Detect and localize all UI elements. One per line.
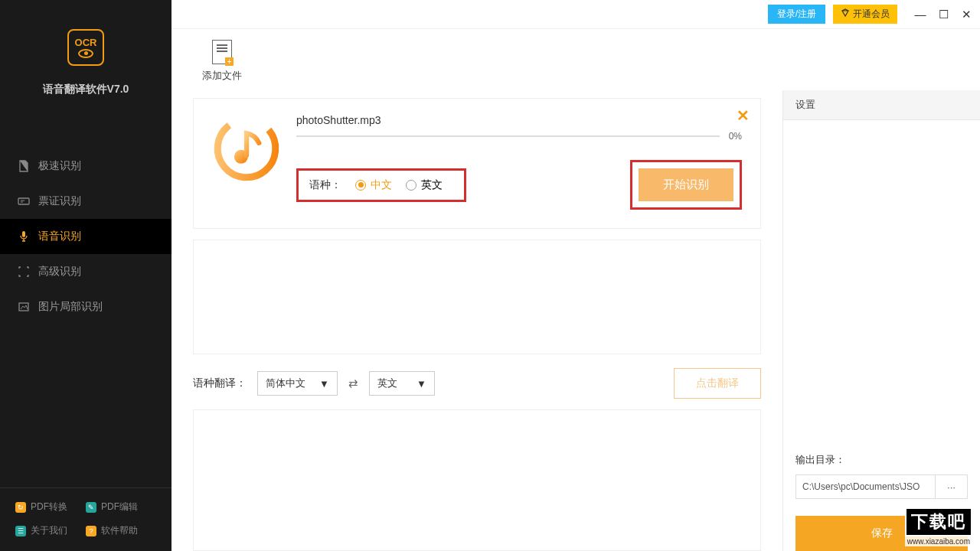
diamond-icon bbox=[841, 8, 850, 20]
nav-label: 语音识别 bbox=[38, 230, 81, 243]
nav-label: 高级识别 bbox=[38, 265, 81, 279]
scan-icon bbox=[17, 265, 31, 279]
link-label: PDF编辑 bbox=[101, 500, 138, 514]
settings-header: 设置 bbox=[783, 90, 980, 120]
link-pdf-edit[interactable]: ✎ PDF编辑 bbox=[86, 500, 156, 514]
logo-text: OCR bbox=[75, 37, 97, 47]
pdf-convert-icon: ↻ bbox=[15, 502, 26, 513]
translate-result-box bbox=[193, 409, 761, 551]
svg-rect-0 bbox=[18, 198, 29, 204]
app-title: 语音翻译软件V7.0 bbox=[43, 83, 129, 96]
link-label: 关于我们 bbox=[31, 524, 67, 537]
document-export-icon bbox=[17, 159, 31, 173]
maximize-button[interactable]: ☐ bbox=[937, 8, 949, 21]
pdf-edit-icon: ✎ bbox=[86, 502, 96, 513]
output-path-field[interactable]: C:\Users\pc\Documents\JSO bbox=[795, 474, 936, 499]
close-button[interactable]: ✕ bbox=[960, 8, 972, 21]
ticket-icon bbox=[17, 194, 31, 208]
image-region-icon bbox=[17, 300, 31, 314]
logo-area: OCR 语音翻译软件V7.0 bbox=[0, 0, 172, 110]
file-card: ✕ photoShutter.mp3 0% bbox=[193, 98, 761, 229]
radio-label: 中文 bbox=[371, 178, 392, 192]
link-about[interactable]: ☰ 关于我们 bbox=[15, 524, 86, 537]
login-register-button[interactable]: 登录/注册 bbox=[768, 5, 825, 24]
language-label: 语种： bbox=[309, 178, 341, 192]
window-controls: — ☐ ✕ bbox=[914, 8, 972, 21]
titlebar: 登录/注册 开通会员 — ☐ ✕ bbox=[172, 0, 980, 29]
translate-to-select[interactable]: 英文 ▼ bbox=[369, 371, 435, 396]
link-label: PDF转换 bbox=[31, 500, 67, 514]
start-recognition-button[interactable]: 开始识别 bbox=[639, 168, 733, 201]
recognition-result-box bbox=[193, 240, 761, 354]
chevron-down-icon: ▼ bbox=[416, 378, 426, 390]
select-value: 英文 bbox=[377, 377, 397, 390]
nav-menu: 极速识别 票证识别 语音识别 高级识别 图片局部识别 bbox=[0, 148, 172, 324]
radio-label: 英文 bbox=[421, 178, 443, 192]
nav-label: 票证识别 bbox=[38, 194, 81, 208]
translate-button[interactable]: 点击翻译 bbox=[674, 368, 761, 399]
minimize-button[interactable]: — bbox=[914, 8, 926, 21]
audio-file-icon bbox=[212, 114, 281, 183]
nav-advanced-recognition[interactable]: 高级识别 bbox=[0, 254, 172, 289]
radio-icon bbox=[355, 180, 366, 191]
add-file-button[interactable]: 添加文件 bbox=[199, 40, 245, 83]
link-label: 软件帮助 bbox=[101, 524, 138, 537]
sidebar: OCR 语音翻译软件V7.0 极速识别 票证识别 语音识别 bbox=[0, 0, 172, 551]
link-help[interactable]: ? 软件帮助 bbox=[86, 524, 156, 537]
vip-label: 开通会员 bbox=[853, 8, 890, 21]
output-dir-label: 输出目录： bbox=[795, 453, 968, 467]
start-button-highlight: 开始识别 bbox=[630, 160, 742, 210]
language-select-group: 语种： 中文 英文 bbox=[296, 168, 466, 202]
radio-icon bbox=[406, 180, 416, 191]
svg-rect-3 bbox=[22, 231, 25, 237]
translate-from-select[interactable]: 简体中文 ▼ bbox=[257, 371, 338, 396]
about-icon: ☰ bbox=[15, 526, 26, 536]
remove-file-button[interactable]: ✕ bbox=[737, 106, 750, 125]
progress-percent: 0% bbox=[729, 131, 742, 142]
settings-panel: 设置 输出目录： C:\Users\pc\Documents\JSO ··· 保… bbox=[782, 90, 980, 551]
radio-chinese[interactable]: 中文 bbox=[355, 178, 392, 192]
sidebar-bottom-links: ↻ PDF转换 ✎ PDF编辑 ☰ 关于我们 ? 软件帮助 bbox=[0, 487, 172, 551]
chevron-down-icon: ▼ bbox=[319, 378, 329, 390]
microphone-icon bbox=[17, 230, 31, 243]
link-pdf-convert[interactable]: ↻ PDF转换 bbox=[15, 500, 86, 514]
app-logo-icon: OCR bbox=[67, 29, 104, 66]
progress-bar bbox=[296, 135, 720, 137]
nav-fast-recognition[interactable]: 极速识别 bbox=[0, 148, 172, 184]
add-file-icon bbox=[212, 40, 232, 64]
eye-icon bbox=[78, 49, 93, 58]
radio-english[interactable]: 英文 bbox=[406, 178, 443, 192]
save-button[interactable]: 保存 bbox=[795, 516, 968, 551]
translate-label: 语种翻译： bbox=[193, 377, 247, 390]
nav-image-region-recognition[interactable]: 图片局部识别 bbox=[0, 289, 172, 324]
add-file-label: 添加文件 bbox=[202, 69, 242, 83]
file-name: photoShutter.mp3 bbox=[296, 114, 742, 126]
help-icon: ? bbox=[86, 526, 96, 536]
browse-output-button[interactable]: ··· bbox=[936, 474, 968, 499]
nav-ticket-recognition[interactable]: 票证识别 bbox=[0, 184, 172, 219]
center-panel: 添加文件 ✕ photoShutter.mp3 0% bbox=[172, 29, 782, 551]
main-area: 登录/注册 开通会员 — ☐ ✕ 添加文件 ✕ bbox=[172, 0, 980, 551]
nav-voice-recognition[interactable]: 语音识别 bbox=[0, 219, 172, 254]
nav-label: 极速识别 bbox=[38, 159, 81, 173]
translate-row: 语种翻译： 简体中文 ▼ ⇄ 英文 ▼ 点击翻译 bbox=[193, 368, 761, 399]
swap-languages-button[interactable]: ⇄ bbox=[348, 377, 358, 390]
open-vip-button[interactable]: 开通会员 bbox=[833, 5, 897, 24]
nav-label: 图片局部识别 bbox=[38, 300, 103, 314]
select-value: 简体中文 bbox=[266, 377, 305, 390]
